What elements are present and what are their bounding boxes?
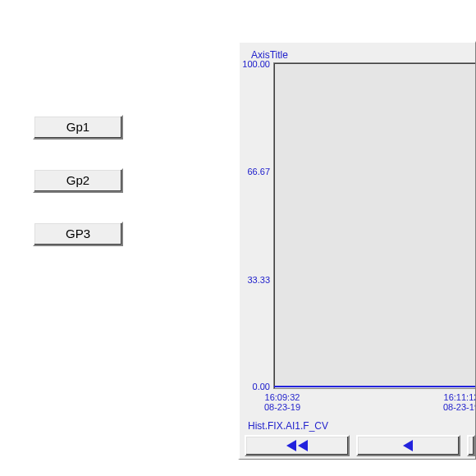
y-tick-66: 66.67 bbox=[238, 167, 270, 176]
trend-line bbox=[274, 386, 475, 387]
x-tick-left: 16:09:32 08-23-19 bbox=[258, 392, 307, 412]
arrow-left-icon bbox=[286, 440, 296, 451]
y-tick-100: 100.00 bbox=[238, 59, 270, 69]
gp1-button[interactable]: Gp1 bbox=[33, 115, 123, 140]
plot-area[interactable] bbox=[273, 62, 476, 389]
x-tick-right-time: 16:11:12 bbox=[444, 392, 476, 402]
arrow-left-icon bbox=[298, 440, 308, 451]
y-tick-0: 0.00 bbox=[238, 382, 270, 391]
x-tick-right: 16:11:12 08-23-19 bbox=[437, 392, 476, 412]
x-tick-left-date: 08-23-19 bbox=[264, 402, 300, 412]
arrow-left-icon bbox=[403, 440, 413, 451]
scroll-back-button[interactable] bbox=[356, 435, 461, 456]
scroll-next-button-partial[interactable] bbox=[467, 435, 475, 456]
legend-label: Hist.FIX.AI1.F_CV bbox=[248, 420, 328, 432]
y-tick-33: 33.33 bbox=[238, 275, 270, 285]
gp3-button[interactable]: GP3 bbox=[33, 222, 123, 246]
chart-panel: AxisTitle 100.00 66.67 33.33 0.00 16:09:… bbox=[238, 41, 476, 460]
scroll-row bbox=[245, 435, 475, 456]
x-tick-left-time: 16:09:32 bbox=[265, 392, 300, 402]
x-tick-right-date: 08-23-19 bbox=[443, 402, 476, 412]
scroll-fast-back-button[interactable] bbox=[245, 435, 350, 456]
gp2-button[interactable]: Gp2 bbox=[33, 168, 123, 193]
